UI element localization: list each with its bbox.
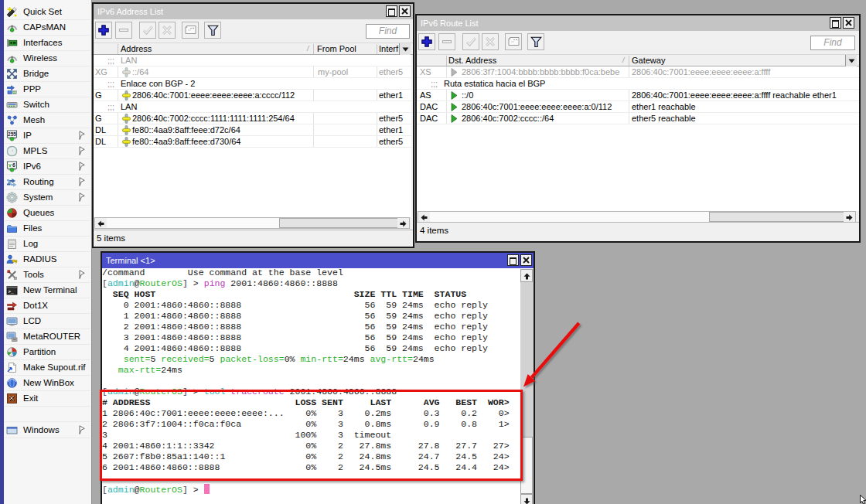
svg-text:6: 6 (12, 162, 15, 168)
svg-text:v: v (9, 162, 12, 168)
svg-text:>_: >_ (9, 289, 15, 295)
svg-text:255: 255 (8, 131, 16, 137)
